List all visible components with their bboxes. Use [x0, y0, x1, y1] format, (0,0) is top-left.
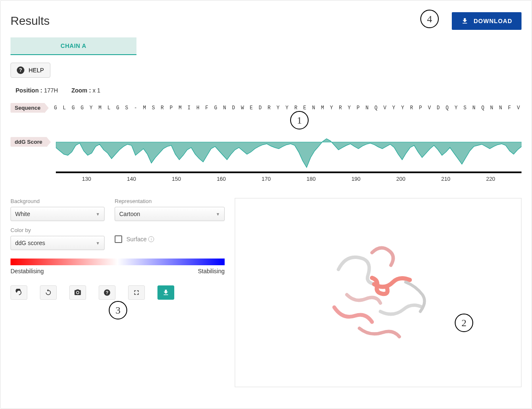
chevron-down-icon: ▼	[96, 241, 100, 245]
question-icon: ?	[17, 66, 24, 74]
annotation-1: 1	[290, 111, 309, 129]
annotation-4: 4	[420, 10, 439, 28]
chevron-down-icon: ▼	[216, 212, 220, 216]
svg-text:?: ?	[106, 290, 108, 295]
background-label: Background	[10, 198, 105, 204]
color-gradient	[10, 259, 225, 265]
sync-icon	[45, 289, 52, 296]
protein-structure	[305, 219, 452, 366]
surface-label: Surface i	[126, 236, 154, 243]
help-button[interactable]: ? HELP	[10, 63, 50, 78]
gradient-right-label: Stabilising	[198, 268, 225, 274]
ddg-chart: 130140150160170180190200210220	[56, 137, 522, 182]
x-tick: 150	[154, 176, 199, 182]
x-tick: 160	[199, 176, 244, 182]
representation-label: Representation	[115, 198, 225, 204]
download-button[interactable]: DOWNLOAD	[452, 12, 522, 30]
info-icon[interactable]: i	[148, 236, 154, 242]
colorby-dropdown[interactable]: ddG scores ▼	[10, 236, 105, 250]
x-tick: 210	[423, 176, 468, 182]
annotation-2: 2	[455, 314, 473, 332]
x-tick: 140	[109, 176, 154, 182]
surface-checkbox[interactable]	[115, 235, 122, 243]
viewer-help-button[interactable]: ?	[99, 285, 115, 300]
tab-chain-a[interactable]: CHAIN A	[10, 37, 136, 55]
ddg-score-label: ddG Score	[10, 137, 47, 147]
screenshot-button[interactable]	[69, 285, 86, 300]
reset-button[interactable]	[10, 285, 27, 300]
x-tick: 170	[244, 176, 288, 182]
gradient-left-label: Destabilising	[10, 268, 44, 274]
x-tick: 200	[378, 176, 423, 182]
position-zoom-info: Position : 177H Zoom : x 1	[10, 87, 522, 94]
page-title: Results	[10, 14, 50, 28]
x-tick: 220	[468, 176, 513, 182]
annotation-3: 3	[109, 301, 127, 319]
colorby-label: Color by	[10, 227, 105, 233]
sequence-label: Sequence	[10, 103, 45, 113]
download-icon	[162, 289, 170, 296]
x-tick: 180	[288, 176, 333, 182]
x-tick: 130	[64, 176, 109, 182]
viewer-download-button[interactable]	[157, 285, 174, 300]
fullscreen-button[interactable]	[128, 285, 145, 300]
rotate-icon	[15, 289, 23, 296]
sequence-text: G L G G Y M L G S - M S R P M I H F G N …	[54, 105, 522, 111]
structure-viewer[interactable]	[235, 198, 522, 387]
chevron-down-icon: ▼	[96, 212, 100, 216]
sync-button[interactable]	[40, 285, 57, 300]
camera-icon	[74, 289, 81, 296]
fullscreen-icon	[133, 289, 140, 296]
representation-dropdown[interactable]: Cartoon ▼	[115, 207, 225, 221]
question-icon: ?	[103, 289, 111, 296]
x-tick: 190	[333, 176, 378, 182]
background-dropdown[interactable]: White ▼	[10, 207, 105, 221]
download-icon	[461, 17, 469, 25]
